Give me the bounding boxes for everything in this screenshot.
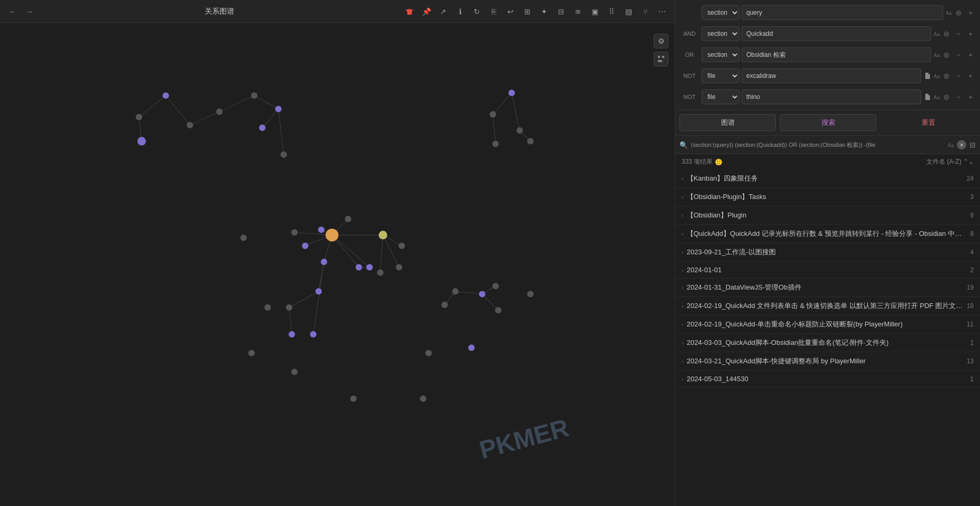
- result-count: 1: [970, 339, 974, 346]
- svg-point-58: [291, 229, 297, 235]
- page-title: 关系图谱: [40, 7, 399, 16]
- sidebar-button[interactable]: ▤: [622, 5, 635, 18]
- minus-btn-4[interactable]: －: [953, 71, 964, 81]
- regex-btn-1[interactable]: ◎: [953, 7, 964, 18]
- result-title: 2024-01-01: [687, 266, 967, 274]
- result-item[interactable]: ›2023-09-21_工作流-以图搜图4: [675, 243, 980, 262]
- svg-line-17: [332, 235, 369, 267]
- add-btn-5[interactable]: ＋: [965, 92, 976, 102]
- query-input-1[interactable]: [742, 5, 943, 20]
- graph-area: ← → 关系图谱 📌 ↗ ℹ ↻ ⎘ ↩ ⊞ ✦ ⊟ ≋ ▣ ⠿ ▤ ⑂ ⋯ ⚙: [0, 0, 675, 506]
- info-button[interactable]: ℹ: [454, 5, 466, 18]
- row-controls-2: Aa ◎ － ＋: [933, 28, 976, 39]
- box-button[interactable]: ▣: [588, 5, 601, 18]
- result-item[interactable]: ›2024-01-012: [675, 262, 980, 279]
- refresh-button[interactable]: ↻: [471, 5, 483, 18]
- add-btn-4[interactable]: ＋: [965, 71, 976, 81]
- graph-button[interactable]: 图谱: [679, 114, 776, 131]
- aa-label-2: Aa: [933, 31, 939, 37]
- result-expand-icon: ›: [682, 376, 684, 382]
- svg-line-3: [166, 96, 190, 125]
- search-filter-button[interactable]: ⊟: [969, 141, 976, 149]
- result-item[interactable]: ›2024-02-19_QuickAdd 文件列表单击 & 快速切换选单 以默认…: [675, 297, 980, 315]
- svg-line-11: [493, 114, 495, 144]
- result-title: 2023-09-21_工作流-以图搜图: [687, 247, 967, 257]
- svg-point-69: [425, 350, 432, 356]
- query-input-5[interactable]: [742, 90, 921, 104]
- add-btn-3[interactable]: ＋: [965, 49, 976, 60]
- query-input-3[interactable]: [742, 47, 931, 62]
- result-item[interactable]: ›【Obsidian】Plugin9: [675, 206, 980, 225]
- svg-point-52: [378, 231, 387, 239]
- svg-point-37: [216, 108, 223, 115]
- result-item[interactable]: ›【Kanban】四象限任务24: [675, 170, 980, 188]
- result-item[interactable]: ›2024-01-31_DataViewJS-管理Ob插件19: [675, 279, 980, 297]
- result-item[interactable]: ›【Obsidian-Plugin】Tasks3: [675, 188, 980, 206]
- minus-btn-5[interactable]: －: [953, 92, 964, 102]
- add-btn-2[interactable]: ＋: [965, 28, 976, 39]
- result-item[interactable]: ›2024-02-19_QuickAdd-单击重命名小标题防止双链断裂(by P…: [675, 315, 980, 334]
- wifi-button[interactable]: ≋: [572, 5, 584, 18]
- svg-point-42: [508, 90, 515, 96]
- graph-layout-button[interactable]: [654, 52, 668, 66]
- field-select-4[interactable]: file section: [702, 68, 739, 83]
- result-title: 【Kanban】四象限任务: [687, 174, 964, 183]
- graph-side-buttons: ⚙: [654, 34, 668, 66]
- query-input-4[interactable]: [742, 68, 921, 83]
- svg-point-39: [275, 106, 282, 112]
- result-count: 4: [970, 249, 974, 256]
- copy-button[interactable]: ⎘: [487, 5, 500, 18]
- query-input-2[interactable]: [742, 26, 931, 41]
- grid-button[interactable]: ⊞: [521, 5, 534, 18]
- svg-point-55: [377, 270, 383, 276]
- minus-btn-3[interactable]: －: [953, 49, 964, 60]
- svg-line-30: [482, 294, 498, 311]
- forward-button[interactable]: →: [23, 5, 36, 18]
- minus-btn-2[interactable]: －: [953, 28, 964, 39]
- branch-button[interactable]: ⑂: [639, 5, 652, 18]
- graph-settings-button[interactable]: ⚙: [654, 34, 668, 48]
- result-item[interactable]: ›2024-05-03_1445301: [675, 371, 980, 388]
- query-row-1: section file tag Aa ◎ ＋: [679, 3, 976, 22]
- svg-line-4: [190, 112, 219, 125]
- external-link-button[interactable]: ↗: [437, 5, 449, 18]
- result-item[interactable]: ›2024-03-03_QuickAdd脚本-Obsidian批量重命名(笔记·…: [675, 334, 980, 352]
- regex-btn-2[interactable]: ◎: [941, 28, 952, 39]
- sort-chevron-icon: ⌃⌄: [963, 158, 974, 165]
- back-button[interactable]: ←: [6, 5, 19, 18]
- reset-button[interactable]: 重置: [881, 114, 976, 131]
- emoji-icon: 🙂: [715, 158, 723, 166]
- svg-line-23: [381, 235, 383, 272]
- svg-point-64: [452, 288, 458, 294]
- table-button[interactable]: ⊟: [555, 5, 567, 18]
- svg-point-67: [492, 283, 498, 289]
- add-btn-1[interactable]: ＋: [965, 7, 976, 18]
- graph-canvas[interactable]: ⚙: [0, 23, 675, 506]
- svg-point-47: [326, 229, 338, 241]
- search-button[interactable]: 搜索: [780, 114, 876, 131]
- sort-label[interactable]: 文件名 (A-Z) ⌃⌄: [926, 157, 974, 166]
- result-expand-icon: ›: [682, 284, 684, 291]
- right-panel: section file tag Aa ◎ ＋ AND section file…: [675, 0, 980, 506]
- result-item[interactable]: ›2024-03-21_QuickAdd脚本-快捷键调整布局 by Player…: [675, 352, 980, 371]
- result-title: 2024-03-21_QuickAdd脚本-快捷键调整布局 by PlayerM…: [687, 356, 964, 366]
- result-expand-icon: ›: [682, 212, 684, 219]
- field-select-3[interactable]: section file: [702, 47, 739, 62]
- undo-button[interactable]: ↩: [504, 5, 517, 18]
- regex-btn-4[interactable]: ◎: [941, 71, 952, 81]
- search-clear-button[interactable]: ✕: [957, 140, 966, 150]
- field-select-2[interactable]: section file: [702, 26, 739, 41]
- result-item[interactable]: ›【QuickAdd】QuickAdd 记录光标所在行数 & 预览并跳转到某行 …: [675, 225, 980, 243]
- delete-button[interactable]: [403, 5, 416, 18]
- settings2-button[interactable]: ✦: [538, 5, 551, 18]
- pin-button[interactable]: 📌: [420, 5, 433, 18]
- regex-btn-3[interactable]: ◎: [941, 49, 952, 60]
- field-select-5[interactable]: file section: [702, 90, 739, 104]
- dots-button[interactable]: ⠿: [605, 5, 618, 18]
- field-select-1[interactable]: section file tag: [702, 5, 739, 20]
- result-title: 2024-05-03_144530: [687, 375, 967, 383]
- overflow-button[interactable]: ⋯: [656, 5, 668, 18]
- regex-btn-5[interactable]: ◎: [941, 92, 952, 102]
- svg-point-46: [527, 138, 534, 144]
- result-expand-icon: ›: [682, 194, 684, 200]
